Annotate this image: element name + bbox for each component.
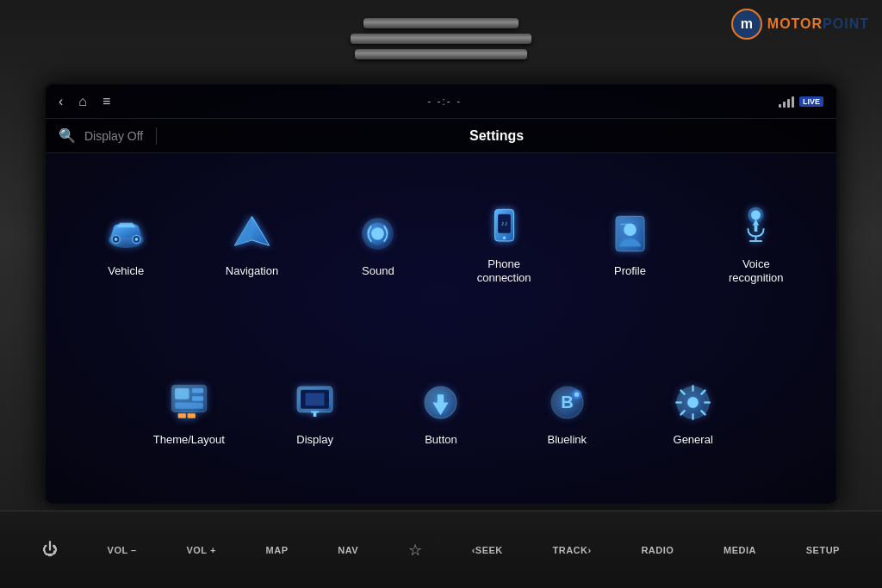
back-button[interactable]: ‹ bbox=[59, 94, 63, 109]
favorite-icon: ☆ bbox=[408, 541, 422, 560]
voice-recognition-button[interactable]: Voicerecognition bbox=[709, 196, 804, 291]
phone-connection-button[interactable]: ♪♪ Phoneconnection bbox=[457, 196, 551, 291]
theme-layout-label: Theme/Layout bbox=[153, 433, 225, 447]
navigation-icon bbox=[228, 210, 276, 257]
search-divider bbox=[156, 127, 157, 145]
connection-status: - -:- - bbox=[427, 96, 462, 108]
svg-rect-21 bbox=[175, 388, 189, 399]
top-bar: ‹ ⌂ ≡ - -:- - LIVE bbox=[46, 84, 836, 119]
signal-bars bbox=[779, 96, 794, 108]
track-forward-label: TRACK› bbox=[553, 545, 592, 555]
bluelink-button[interactable]: B Bluelink bbox=[519, 372, 614, 454]
display-off-text[interactable]: Display Off bbox=[84, 129, 143, 143]
signal-bar-3 bbox=[787, 99, 790, 108]
vol-minus-button[interactable]: VOL – bbox=[101, 541, 144, 560]
favorite-button[interactable]: ☆ bbox=[401, 536, 429, 564]
top-bar-center: - -:- - bbox=[110, 96, 779, 108]
screen: ‹ ⌂ ≡ - -:- - LIVE bbox=[46, 84, 836, 504]
svg-rect-23 bbox=[192, 396, 203, 401]
signal-bar-4 bbox=[792, 96, 794, 108]
navigation-button[interactable]: Navigation bbox=[204, 203, 299, 285]
button-settings-icon bbox=[417, 379, 464, 426]
grid-row-2: Theme/Layout bbox=[63, 331, 819, 495]
profile-icon bbox=[606, 210, 654, 257]
track-forward-button[interactable]: TRACK› bbox=[546, 541, 599, 560]
motorpoint-logo: m MOTORPOINT bbox=[731, 9, 869, 40]
motorpoint-text: MOTORPOINT bbox=[767, 16, 869, 32]
vol-plus-button[interactable]: VOL + bbox=[179, 541, 222, 560]
search-bar: 🔍 Display Off Settings bbox=[46, 119, 836, 153]
media-button[interactable]: MEDIA bbox=[717, 541, 763, 560]
settings-title: Settings bbox=[170, 128, 823, 144]
setup-label: SETUP bbox=[806, 545, 840, 555]
nav-label: NAV bbox=[338, 545, 358, 555]
svg-rect-29 bbox=[306, 393, 325, 406]
radio-button[interactable]: RADIO bbox=[634, 541, 680, 560]
nav-button[interactable]: NAV bbox=[331, 541, 365, 560]
media-label: MEDIA bbox=[724, 545, 756, 555]
svg-rect-31 bbox=[314, 412, 317, 418]
vent-slat-3 bbox=[355, 49, 527, 59]
sound-button[interactable]: Sound bbox=[331, 203, 425, 285]
display-button[interactable]: Display bbox=[268, 372, 363, 454]
menu-button[interactable]: ≡ bbox=[102, 94, 110, 109]
svg-rect-26 bbox=[187, 414, 195, 419]
navigation-label: Navigation bbox=[226, 264, 278, 278]
button-settings-label: Button bbox=[425, 433, 457, 447]
signal-bar-1 bbox=[779, 104, 781, 108]
vehicle-icon bbox=[102, 210, 150, 257]
car-surround: m MOTORPOINT ‹ ⌂ ≡ - -:- - bbox=[0, 0, 882, 588]
svg-point-16 bbox=[751, 211, 761, 220]
svg-point-10 bbox=[502, 237, 506, 240]
power-button[interactable]: ⏻ bbox=[35, 536, 65, 563]
map-label: MAP bbox=[266, 545, 289, 555]
power-icon: ⏻ bbox=[42, 541, 58, 559]
svg-rect-22 bbox=[192, 388, 203, 393]
phone-connection-icon: ♪♪ bbox=[481, 203, 528, 251]
theme-layout-button[interactable]: Theme/Layout bbox=[141, 372, 236, 454]
grid-row-1: Vehicle bbox=[63, 162, 819, 326]
bottom-bar: ⏻ VOL – VOL + MAP NAV ☆ ‹SEEK TRACK› RAD… bbox=[0, 511, 882, 588]
button-settings-button[interactable]: Button bbox=[394, 372, 488, 454]
seek-back-label: ‹SEEK bbox=[472, 545, 503, 555]
vent-area bbox=[312, 0, 570, 77]
top-bar-left: ‹ ⌂ ≡ bbox=[59, 94, 110, 109]
setup-button[interactable]: SETUP bbox=[799, 541, 847, 560]
display-icon bbox=[291, 379, 339, 426]
phone-connection-label: Phoneconnection bbox=[477, 257, 531, 284]
screen-container: ‹ ⌂ ≡ - -:- - LIVE bbox=[43, 82, 839, 506]
vehicle-button[interactable]: Vehicle bbox=[78, 203, 173, 285]
svg-rect-17 bbox=[755, 226, 758, 232]
vent-slat-2 bbox=[351, 34, 531, 44]
voice-recognition-label: Voicerecognition bbox=[729, 257, 784, 284]
home-button[interactable]: ⌂ bbox=[78, 94, 87, 109]
seek-back-button[interactable]: ‹SEEK bbox=[465, 541, 510, 560]
svg-point-13 bbox=[624, 224, 637, 237]
radio-label: RADIO bbox=[641, 545, 674, 555]
theme-layout-icon bbox=[165, 379, 213, 426]
vehicle-label: Vehicle bbox=[108, 264, 144, 278]
grid-area: Vehicle bbox=[46, 153, 836, 504]
svg-point-39 bbox=[687, 397, 699, 408]
voice-recognition-icon bbox=[732, 203, 780, 251]
svg-text:♪♪: ♪♪ bbox=[500, 220, 507, 227]
svg-point-36 bbox=[575, 393, 580, 398]
motorpoint-circle-icon: m bbox=[731, 9, 762, 40]
profile-label: Profile bbox=[614, 264, 646, 278]
top-bar-right: LIVE bbox=[779, 96, 823, 108]
map-button[interactable]: MAP bbox=[259, 541, 295, 560]
vent-slat-1 bbox=[363, 18, 519, 28]
svg-text:B: B bbox=[561, 393, 574, 412]
profile-button[interactable]: Profile bbox=[582, 203, 677, 285]
live-badge: LIVE bbox=[799, 96, 823, 107]
search-icon[interactable]: 🔍 bbox=[59, 127, 76, 144]
vol-minus-label: VOL – bbox=[108, 545, 137, 555]
bluelink-icon: B bbox=[543, 379, 591, 426]
general-button[interactable]: General bbox=[646, 372, 741, 454]
sound-icon bbox=[354, 210, 401, 257]
signal-bar-2 bbox=[783, 102, 786, 108]
svg-point-2 bbox=[114, 238, 117, 241]
vol-plus-label: VOL + bbox=[186, 545, 215, 555]
general-icon bbox=[669, 379, 717, 426]
svg-rect-25 bbox=[177, 414, 185, 419]
